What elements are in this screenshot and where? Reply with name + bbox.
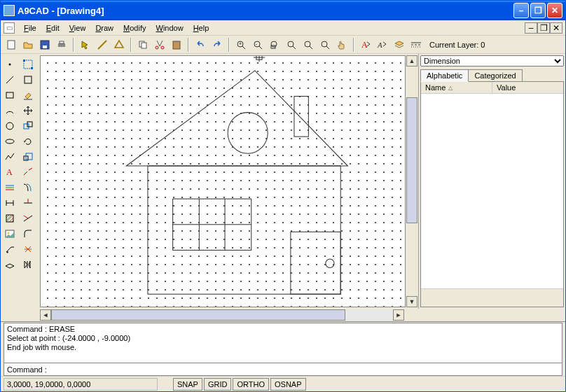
- select-rect-tool[interactable]: [20, 72, 36, 88]
- copy-button[interactable]: [135, 37, 151, 52]
- vertical-scrollbar[interactable]: ▲ ▼: [406, 55, 417, 307]
- dim-style-button[interactable]: A: [375, 37, 390, 52]
- svg-point-34: [6, 122, 13, 130]
- dimension-tool[interactable]: [2, 195, 18, 211]
- drawing-canvas[interactable]: [40, 55, 406, 307]
- layers-button[interactable]: [392, 37, 407, 52]
- offset-tool[interactable]: [20, 180, 36, 195]
- new-file-button[interactable]: [4, 37, 19, 52]
- linetypes-button[interactable]: [408, 37, 424, 52]
- maximize-button[interactable]: ❐: [530, 3, 546, 18]
- entity-type-dropdown[interactable]: Dimension: [420, 55, 564, 66]
- redo-button[interactable]: [209, 37, 225, 52]
- command-input[interactable]: [47, 365, 562, 374]
- open-file-button[interactable]: [20, 37, 36, 52]
- scroll-left-button[interactable]: ◄: [40, 309, 51, 321]
- text-tool[interactable]: A: [2, 164, 18, 180]
- sort-asc-icon: △: [448, 85, 453, 91]
- tab-categorized[interactable]: Categorized: [468, 69, 522, 82]
- mtext-tool[interactable]: [2, 180, 18, 195]
- paste-button[interactable]: [169, 37, 184, 52]
- scroll-down-button[interactable]: ▼: [406, 296, 417, 307]
- print-button[interactable]: [54, 37, 69, 52]
- circle-tool[interactable]: [2, 118, 18, 134]
- mdi-minimize-button[interactable]: –: [525, 22, 537, 34]
- properties-description: [421, 288, 563, 307]
- line-tool[interactable]: [2, 72, 18, 88]
- mirror-tool[interactable]: [20, 257, 36, 272]
- column-name-header[interactable]: Name△: [421, 82, 492, 93]
- statusbar: 3,0000, 19,0000, 0,0000 SNAP GRID ORTHO …: [1, 376, 565, 391]
- svg-point-22: [305, 41, 310, 47]
- copy-tool[interactable]: [20, 118, 36, 134]
- document-icon[interactable]: ▭: [4, 22, 15, 34]
- rectangle-tool[interactable]: [2, 88, 18, 103]
- text-style-button[interactable]: A: [358, 37, 373, 52]
- zoom-previous-button[interactable]: [317, 37, 333, 52]
- column-value-header[interactable]: Value: [492, 82, 563, 93]
- move-tool[interactable]: [20, 103, 36, 118]
- scale-tool[interactable]: [20, 149, 36, 164]
- ellipse-tool[interactable]: [2, 134, 18, 149]
- zoom-realtime-button[interactable]: [301, 37, 316, 52]
- svg-point-9: [161, 46, 164, 49]
- polyline-tool[interactable]: [2, 149, 18, 164]
- break-tool[interactable]: [20, 164, 36, 180]
- cut-button[interactable]: [152, 37, 167, 52]
- vscroll-thumb[interactable]: [406, 97, 417, 223]
- app-icon: [4, 5, 15, 16]
- menu-modify[interactable]: Modify: [118, 22, 151, 34]
- pan-button[interactable]: [334, 37, 350, 52]
- menu-edit[interactable]: Edit: [41, 22, 64, 34]
- mdi-close-button[interactable]: ✕: [550, 22, 562, 34]
- erase-tool[interactable]: [20, 88, 36, 103]
- grid-toggle[interactable]: GRID: [204, 378, 232, 391]
- hscroll-thumb[interactable]: [51, 309, 345, 321]
- minimize-button[interactable]: –: [513, 3, 529, 18]
- extend-tool[interactable]: [20, 211, 36, 226]
- tab-alphabetic[interactable]: Alphabetic: [420, 69, 469, 82]
- arc-tool[interactable]: [2, 103, 18, 118]
- drawing-canvas-area: ▲ ▼: [37, 54, 418, 309]
- close-button[interactable]: ✕: [547, 3, 562, 18]
- rotate-tool[interactable]: [20, 134, 36, 149]
- horizontal-scrollbar[interactable]: ◄ ►: [40, 309, 404, 321]
- svg-point-18: [271, 41, 277, 47]
- select-window-tool[interactable]: [20, 57, 36, 72]
- area-tool-button[interactable]: [111, 37, 127, 52]
- hatch-tool[interactable]: [2, 211, 18, 226]
- pick-tool-button[interactable]: [78, 37, 93, 52]
- scroll-right-button[interactable]: ►: [393, 309, 404, 321]
- trim-tool[interactable]: [20, 195, 36, 211]
- explode-tool[interactable]: [20, 241, 36, 257]
- svg-point-8: [156, 46, 158, 49]
- zoom-out-button[interactable]: -: [250, 37, 265, 52]
- block-tool[interactable]: [2, 257, 18, 272]
- point-tool[interactable]: [2, 57, 18, 72]
- fillet-tool[interactable]: [20, 226, 36, 241]
- osnap-toggle[interactable]: OSNAP: [270, 378, 306, 391]
- zoom-extents-button[interactable]: [284, 37, 299, 52]
- menubar: ▭ File Edit View Draw Modify Window Help…: [1, 20, 565, 36]
- leader-tool[interactable]: [2, 241, 18, 257]
- menu-window[interactable]: Window: [151, 22, 188, 34]
- svg-text:-: -: [256, 41, 258, 46]
- menu-view[interactable]: View: [64, 22, 91, 34]
- distance-tool-button[interactable]: [95, 37, 110, 52]
- save-button[interactable]: [37, 37, 53, 52]
- main-toolbar: + - A A Current Layer: 0: [1, 36, 565, 54]
- undo-button[interactable]: [193, 37, 208, 52]
- svg-line-60: [24, 216, 28, 218]
- snap-toggle[interactable]: SNAP: [173, 378, 202, 391]
- mdi-restore-button[interactable]: ❐: [537, 22, 550, 34]
- svg-text:A: A: [6, 167, 13, 177]
- zoom-in-button[interactable]: +: [233, 37, 249, 52]
- scroll-up-button[interactable]: ▲: [406, 55, 417, 66]
- zoom-window-button[interactable]: [267, 37, 282, 52]
- ortho-toggle[interactable]: ORTHO: [233, 378, 269, 391]
- svg-line-56: [29, 168, 32, 170]
- menu-help[interactable]: Help: [188, 22, 214, 34]
- menu-draw[interactable]: Draw: [90, 22, 118, 34]
- image-tool[interactable]: [2, 226, 18, 241]
- menu-file[interactable]: File: [19, 22, 41, 34]
